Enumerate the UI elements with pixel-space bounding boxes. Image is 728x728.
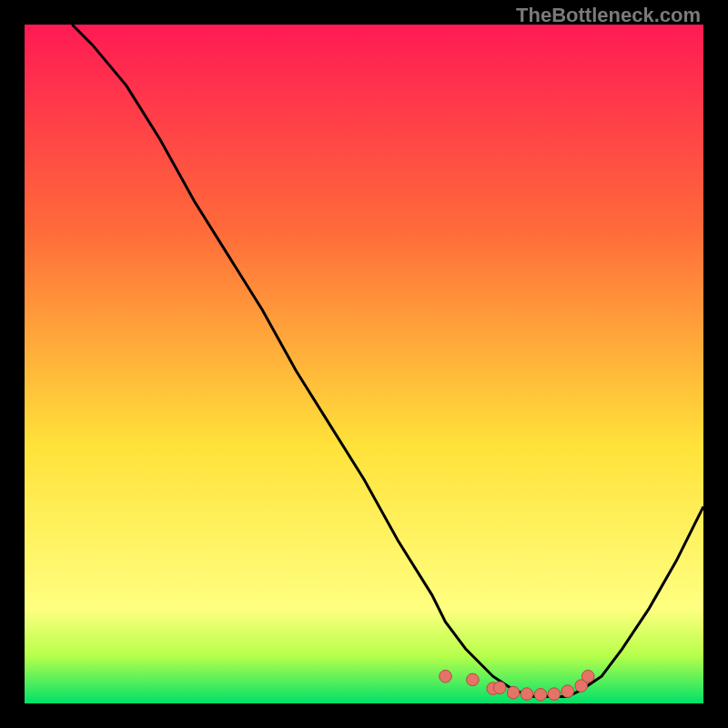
- chart-frame: [25, 25, 703, 703]
- marker-dot: [440, 670, 452, 682]
- marker-dot: [548, 688, 561, 701]
- bottleneck-curve: [25, 25, 703, 703]
- marker-dot: [493, 682, 506, 694]
- curve-line: [72, 25, 703, 697]
- marker-dot: [534, 689, 547, 702]
- marker-dot: [507, 686, 520, 699]
- marker-cluster: [440, 670, 594, 701]
- marker-dot: [581, 670, 594, 682]
- marker-dot: [521, 688, 533, 701]
- marker-dot: [467, 673, 480, 686]
- marker-dot: [561, 685, 574, 698]
- watermark-text: TheBottleneck.com: [516, 4, 701, 27]
